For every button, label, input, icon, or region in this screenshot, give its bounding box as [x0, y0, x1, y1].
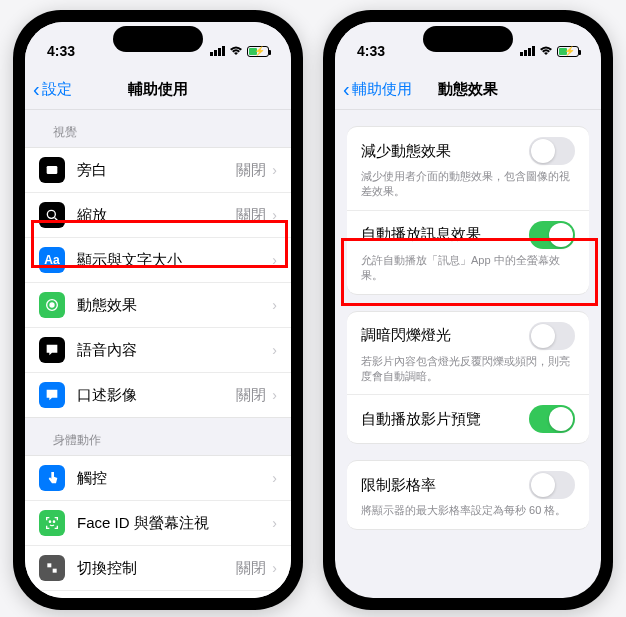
switch-limit-fps[interactable] [529, 471, 575, 499]
toggle-auto-video: 自動播放影片預覽 [347, 395, 589, 443]
toggle-reduce-motion: 減少動態效果 減少使用者介面的動態效果，包含圖像的視差效果。 [347, 127, 589, 211]
row-label: 縮放 [77, 206, 236, 225]
page-title: 動態效果 [438, 80, 498, 99]
vision-group: 旁白 關閉 › 縮放 關閉 › Aa 顯示與文字大小 › 動態效果 [25, 147, 291, 418]
svg-rect-8 [53, 569, 57, 573]
nav-bar: ‹ 設定 輔助使用 [25, 70, 291, 110]
toggle-desc: 減少使用者介面的動態效果，包含圖像的視差效果。 [361, 169, 575, 200]
toggle-label: 自動播放影片預覽 [361, 410, 481, 429]
voiceover-icon [39, 157, 65, 183]
row-status: 關閉 [236, 161, 266, 180]
svg-point-1 [47, 210, 55, 218]
toggle-label: 調暗閃爍燈光 [361, 326, 451, 345]
content-scroll[interactable]: 視覺 旁白 關閉 › 縮放 關閉 › Aa 顯示與文字大小 › [25, 110, 291, 598]
zoom-icon [39, 202, 65, 228]
row-display-text[interactable]: Aa 顯示與文字大小 › [25, 238, 291, 283]
touch-icon [39, 465, 65, 491]
row-voice-control[interactable]: 語音控制 關閉 › [25, 591, 291, 598]
svg-line-2 [55, 218, 58, 221]
chevron-right-icon: › [272, 297, 277, 313]
toggle-limit-fps: 限制影格率 將顯示器的最大影格率設定為每秒 60 格。 [347, 461, 589, 528]
screen-motion: 4:33 ⚡ ‹ 輔助使用 動態效果 減少動態效果 [335, 22, 601, 598]
content-scroll[interactable]: 減少動態效果 減少使用者介面的動態效果，包含圖像的視差效果。 自動播放訊息效果 … [335, 110, 601, 598]
row-label: 動態效果 [77, 296, 272, 315]
speech-icon [39, 337, 65, 363]
chevron-right-icon: › [272, 515, 277, 531]
chevron-right-icon: › [272, 252, 277, 268]
svg-rect-0 [47, 166, 58, 174]
switch-reduce-motion[interactable] [529, 137, 575, 165]
toggle-group-2: 調暗閃爍燈光 若影片內容包含燈光反覆閃爍或頻閃，則亮度會自動調暗。 自動播放影片… [347, 311, 589, 445]
toggle-desc: 將顯示器的最大影格率設定為每秒 60 格。 [361, 503, 575, 518]
switch-auto-msg[interactable] [529, 221, 575, 249]
faceid-icon [39, 510, 65, 536]
toggle-label: 減少動態效果 [361, 142, 451, 161]
audio-desc-icon [39, 382, 65, 408]
back-button[interactable]: ‹ 輔助使用 [335, 78, 412, 101]
row-switch-control[interactable]: 切換控制 關閉 › [25, 546, 291, 591]
chevron-left-icon: ‹ [33, 78, 40, 101]
chevron-right-icon: › [272, 342, 277, 358]
toggle-group-1: 減少動態效果 減少使用者介面的動態效果，包含圖像的視差效果。 自動播放訊息效果 … [347, 126, 589, 295]
notch [423, 26, 513, 52]
battery-icon: ⚡ [247, 46, 269, 57]
toggle-label: 限制影格率 [361, 476, 436, 495]
notch [113, 26, 203, 52]
row-status: 關閉 [236, 206, 266, 225]
row-label: 觸控 [77, 469, 272, 488]
chevron-right-icon: › [272, 162, 277, 178]
screen-accessibility: 4:33 ⚡ ‹ 設定 輔助使用 視覺 旁白 關閉 [25, 22, 291, 598]
chevron-left-icon: ‹ [343, 78, 350, 101]
row-label: Face ID 與螢幕注視 [77, 514, 272, 533]
back-label: 設定 [42, 80, 72, 99]
row-label: 旁白 [77, 161, 236, 180]
row-status: 關閉 [236, 386, 266, 405]
row-voiceover[interactable]: 旁白 關閉 › [25, 148, 291, 193]
row-speech[interactable]: 語音內容 › [25, 328, 291, 373]
switch-control-icon [39, 555, 65, 581]
svg-point-5 [49, 521, 50, 522]
toggle-auto-msg: 自動播放訊息效果 允許自動播放「訊息」App 中的全螢幕效果。 [347, 211, 589, 294]
row-label: 切換控制 [77, 559, 236, 578]
switch-dim-flash[interactable] [529, 322, 575, 350]
battery-icon: ⚡ [557, 46, 579, 57]
wifi-icon [539, 44, 553, 59]
svg-point-4 [50, 303, 54, 307]
svg-rect-7 [47, 563, 51, 567]
chevron-right-icon: › [272, 560, 277, 576]
body-group: 觸控 › Face ID 與螢幕注視 › 切換控制 關閉 › 語音控制 [25, 455, 291, 598]
chevron-right-icon: › [272, 207, 277, 223]
row-label: 語音內容 [77, 341, 272, 360]
svg-point-6 [53, 521, 54, 522]
signal-icon [210, 46, 225, 56]
toggle-label: 自動播放訊息效果 [361, 225, 481, 244]
phone-left: 4:33 ⚡ ‹ 設定 輔助使用 視覺 旁白 關閉 [13, 10, 303, 610]
nav-bar: ‹ 輔助使用 動態效果 [335, 70, 601, 110]
row-zoom[interactable]: 縮放 關閉 › [25, 193, 291, 238]
toggle-desc: 允許自動播放「訊息」App 中的全螢幕效果。 [361, 253, 575, 284]
row-label: 口述影像 [77, 386, 236, 405]
phone-right: 4:33 ⚡ ‹ 輔助使用 動態效果 減少動態效果 [323, 10, 613, 610]
section-header-body: 身體動作 [25, 418, 291, 455]
page-title: 輔助使用 [128, 80, 188, 99]
back-label: 輔助使用 [352, 80, 412, 99]
toggle-group-3: 限制影格率 將顯示器的最大影格率設定為每秒 60 格。 [347, 460, 589, 529]
switch-auto-video[interactable] [529, 405, 575, 433]
signal-icon [520, 46, 535, 56]
toggle-dim-flash: 調暗閃爍燈光 若影片內容包含燈光反覆閃爍或頻閃，則亮度會自動調暗。 [347, 312, 589, 396]
row-motion[interactable]: 動態效果 › [25, 283, 291, 328]
row-audio-desc[interactable]: 口述影像 關閉 › [25, 373, 291, 417]
chevron-right-icon: › [272, 470, 277, 486]
motion-icon [39, 292, 65, 318]
display-text-icon: Aa [39, 247, 65, 273]
section-header-vision: 視覺 [25, 110, 291, 147]
chevron-right-icon: › [272, 387, 277, 403]
row-label: 顯示與文字大小 [77, 251, 272, 270]
row-touch[interactable]: 觸控 › [25, 456, 291, 501]
wifi-icon [229, 44, 243, 59]
row-status: 關閉 [236, 559, 266, 578]
back-button[interactable]: ‹ 設定 [25, 78, 72, 101]
toggle-desc: 若影片內容包含燈光反覆閃爍或頻閃，則亮度會自動調暗。 [361, 354, 575, 385]
row-faceid[interactable]: Face ID 與螢幕注視 › [25, 501, 291, 546]
